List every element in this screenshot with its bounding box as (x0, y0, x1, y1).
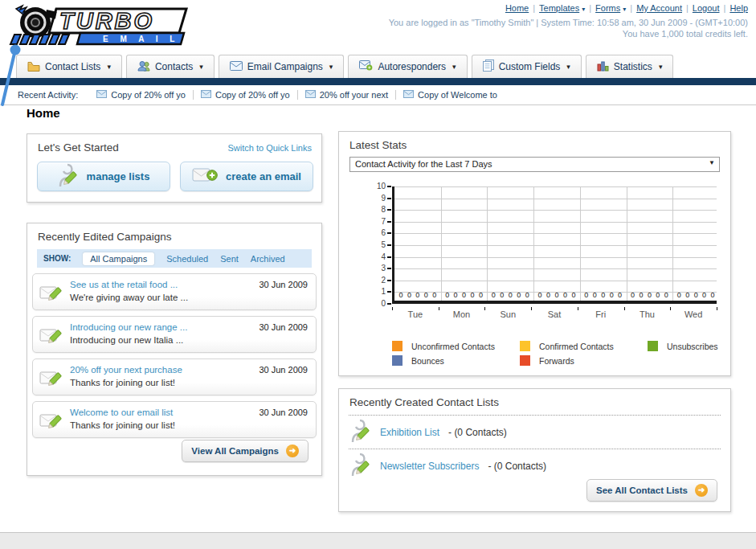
y-axis-tick (387, 291, 391, 293)
nav-separator: | (589, 3, 591, 13)
arrow-right-icon: ➜ (286, 445, 299, 457)
top-link-logout[interactable]: Logout (693, 3, 720, 13)
see-all-contact-lists-button[interactable]: See All Contact Lists ➜ (586, 479, 717, 502)
bar-value: 0 (538, 291, 542, 299)
contact-lists-actions: See All Contact Lists ➜ (586, 479, 717, 502)
view-all-campaigns-button[interactable]: View All Campaigns ➜ (182, 440, 309, 462)
contact-list-link[interactable]: Exhibition List (380, 427, 439, 438)
y-axis-tick (387, 303, 391, 305)
gridline (533, 186, 534, 301)
bar-value: 0 (454, 291, 458, 299)
mail-edit-icon (39, 409, 63, 434)
turbo-email-logo[interactable]: TURBO E M A I L (8, 2, 191, 47)
person-edit-icon (350, 419, 371, 445)
campaign-date: 30 Jun 2009 (259, 280, 308, 289)
tab-email-campaigns[interactable]: Email Campaigns▾ (219, 55, 345, 78)
button-label: create an email (226, 170, 301, 182)
campaign-title-link[interactable]: Welcome to our email list (70, 408, 173, 417)
contact-list-row: Exhibition List- (0 Contacts) (349, 415, 721, 449)
top-link-my-account[interactable]: My Account (636, 3, 682, 13)
nav-separator: | (724, 3, 726, 13)
filter-tab-sent[interactable]: Sent (220, 254, 239, 264)
gridline (394, 268, 717, 269)
gridline (394, 199, 717, 199)
top-link-forms[interactable]: Forms (595, 3, 620, 13)
legend-label: Bounces (411, 356, 444, 366)
manage-lists-button[interactable]: manage lists (37, 162, 170, 191)
y-axis-tick (387, 221, 391, 223)
recent-activity-item-label: 20% off your next (320, 90, 388, 100)
tab-autoresponders[interactable]: Autoresponders▾ (348, 55, 467, 78)
contact-lists-title: Recently Created Contact Lists (349, 396, 499, 408)
bar-value: 0 (694, 291, 698, 299)
bar-value: 0 (656, 291, 660, 299)
campaign-card: Welcome to our email listThanks for join… (32, 401, 317, 438)
mail-edit-icon (39, 324, 63, 349)
bar-value: 0 (631, 291, 635, 299)
switch-to-quick-links-link[interactable]: Switch to Quick Links (227, 143, 312, 153)
tab-label: Autoresponders (378, 61, 446, 72)
filter-tab-scheduled[interactable]: Scheduled (166, 254, 208, 264)
campaign-subtitle: We're giving away our late ... (70, 293, 188, 302)
bar-value-labels: 00000 (533, 291, 580, 299)
bar-value: 0 (432, 291, 436, 299)
bar-value-labels: 00000 (672, 291, 719, 299)
tab-statistics[interactable]: Statistics▾ (586, 55, 674, 78)
recent-activity-item[interactable]: 20% off your next (297, 90, 395, 100)
campaign-title-link[interactable]: See us at the retail food ... (70, 280, 178, 289)
recent-activity-item[interactable]: Copy of Welcome to (395, 90, 505, 100)
nav-divider-bar (0, 78, 756, 85)
campaign-title-link[interactable]: 20% off your next purchase (70, 365, 182, 375)
legend-swatch (648, 341, 658, 351)
tab-custom-fields[interactable]: Custom Fields▾ (472, 55, 582, 78)
bar-value: 0 (685, 291, 689, 299)
top-link-help[interactable]: Help (729, 3, 748, 13)
campaign-filter-tabs: All CampaignsScheduledSentArchived (83, 252, 284, 265)
top-link-templates[interactable]: Templates (539, 3, 579, 13)
bar-value: 0 (492, 291, 496, 299)
contact-activity-chart: 0000000000000000000000000000000000001234… (358, 182, 721, 326)
tab-contacts[interactable]: Contacts▾ (126, 55, 215, 78)
filter-tab-archived[interactable]: Archived (251, 254, 285, 264)
logo-text-email: E M A I L (103, 35, 179, 43)
see-all-contact-lists-label: See All Contact Lists (596, 485, 688, 495)
y-axis-tick-label: 8 (358, 205, 386, 214)
gridline (394, 281, 717, 281)
create-an-email-button[interactable]: create an email (180, 162, 313, 191)
bar-value: 0 (563, 291, 567, 299)
x-axis-category-label: Fri (578, 309, 624, 319)
tab-contact-lists[interactable]: Contact Lists▾ (16, 55, 122, 78)
bar-value: 0 (610, 291, 614, 299)
logo-text-turbo: TURBO (59, 8, 154, 34)
campaign-subtitle: Thanks for joining our list! (70, 378, 175, 387)
bar-value: 0 (593, 291, 597, 299)
filter-tab-all-campaigns[interactable]: All Campaigns (83, 252, 154, 265)
legend-item: Confirmed Contacts (520, 341, 648, 351)
campaign-title-link[interactable]: Introducing our new range ... (70, 322, 187, 332)
contacts-icon (137, 60, 150, 74)
top-nav: Home|Templates▾|Forms▾|My Account|Logout… (389, 3, 748, 13)
campaigns-actions: View All Campaigns ➜ (182, 440, 309, 462)
legend-item: Unconfirmed Contacts (392, 341, 520, 351)
contact-lists-panel: Recently Created Contact Lists Exhibitio… (338, 388, 731, 512)
bar-value-labels: 00000 (627, 291, 673, 299)
mail-icon (96, 90, 107, 100)
tab-label: Statistics (614, 61, 652, 72)
credits-info: You have 1,000 total credits left. (389, 29, 748, 39)
recent-activity-label: Recent Activity: (18, 90, 78, 100)
person-edit-icon (58, 163, 79, 190)
envelope-go-icon (359, 60, 373, 73)
x-axis-category-label: Thu (624, 309, 671, 319)
recent-activity-item[interactable]: Copy of 20% off yo (89, 90, 193, 100)
y-axis-tick (387, 280, 391, 281)
show-label: SHOW: (43, 254, 71, 263)
bar-value: 0 (479, 291, 483, 299)
recent-activity-item[interactable]: Copy of 20% off yo (193, 90, 297, 100)
login-info: You are logged in as "Timothy Smith" | S… (389, 18, 748, 27)
y-axis-tick (387, 186, 391, 187)
stats-activity-select[interactable]: Contact Activity for the Last 7 Days (349, 157, 720, 172)
top-link-home[interactable]: Home (505, 3, 529, 13)
y-axis-tick (387, 232, 391, 234)
contact-list-count: - (0 Contacts) (448, 427, 507, 438)
contact-list-link[interactable]: Newsletter Subscribers (380, 461, 479, 472)
